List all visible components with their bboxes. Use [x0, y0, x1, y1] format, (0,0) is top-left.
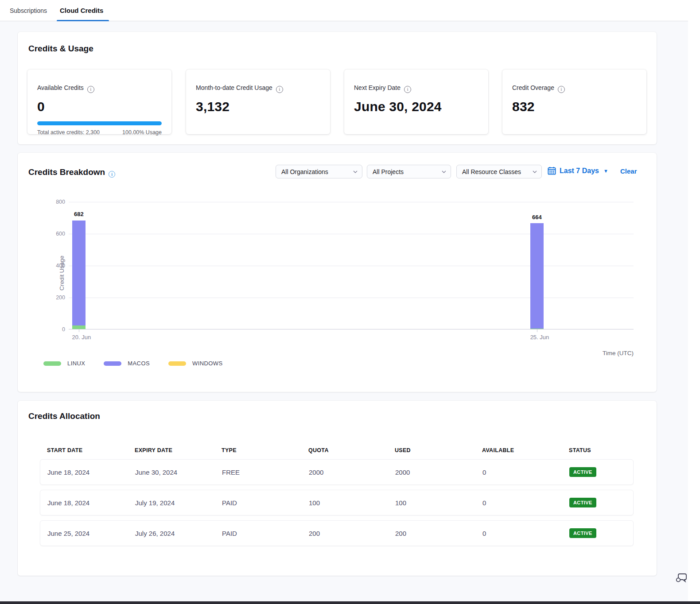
credits-allocation-table: START DATE EXPIRY DATE TYPE QUOTA USED A…: [40, 441, 634, 551]
legend-swatch: [43, 361, 61, 366]
cell-quota: 2000: [309, 468, 395, 476]
status-badge: ACTIVE: [569, 498, 596, 507]
table-header-row: START DATE EXPIRY DATE TYPE QUOTA USED A…: [40, 441, 634, 459]
credits-allocation-section: Credits Allocation START DATE EXPIRY DAT…: [18, 401, 657, 576]
cell-start-date: June 25, 2024: [47, 530, 135, 537]
bar-segment-macos: [72, 221, 86, 326]
y-tick-label: 600: [47, 231, 65, 237]
horizontal-scrollbar[interactable]: [0, 601, 700, 604]
total-active-credits: Total active credits: 2,300: [37, 129, 100, 136]
date-range-picker[interactable]: Last 7 Days ▼: [548, 166, 608, 175]
bar-20. Jun[interactable]: [72, 221, 86, 329]
chevron-down-icon: [442, 170, 446, 174]
resource-classes-filter-value: All Resource Classes: [462, 168, 521, 175]
column-header-start-date: START DATE: [47, 447, 135, 453]
x-tick-mark: [537, 329, 537, 332]
stat-label: Available Credits: [37, 84, 84, 91]
x-tick-mark: [79, 329, 79, 332]
tab-cloud-credits[interactable]: Cloud Credits: [60, 0, 103, 21]
info-icon[interactable]: i: [87, 86, 94, 93]
cell-available: 0: [482, 530, 569, 537]
legend-item-windows[interactable]: WINDOWS: [168, 360, 223, 367]
cell-start-date: June 18, 2024: [47, 468, 135, 476]
date-range-value: Last 7 Days: [560, 167, 599, 175]
chevron-down-icon: [533, 170, 537, 174]
bar-segment-macos: [530, 223, 544, 329]
cell-type: FREE: [222, 468, 309, 476]
column-header-type: TYPE: [222, 447, 308, 453]
support-chat-button[interactable]: [674, 570, 688, 585]
x-tick-label: 25. Jun: [530, 334, 549, 341]
status-badge: ACTIVE: [569, 528, 596, 538]
legend-label: MACOS: [128, 360, 150, 367]
legend-label: LINUX: [67, 360, 85, 367]
cell-expiry-date: July 26, 2024: [135, 530, 222, 537]
cell-quota: 200: [309, 530, 395, 537]
projects-filter[interactable]: All Projects: [367, 165, 451, 178]
bar-segment-linux: [72, 325, 86, 329]
cell-used: 100: [395, 499, 482, 507]
y-tick-label: 200: [47, 294, 65, 301]
cell-used: 200: [395, 530, 482, 537]
chat-bubbles-icon: [674, 570, 688, 585]
cell-expiry-date: June 30, 2024: [135, 468, 222, 476]
y-tick-label: 400: [47, 263, 65, 269]
legend-swatch: [168, 361, 186, 366]
stat-value: 3,132: [196, 99, 320, 114]
chevron-down-icon: [353, 170, 358, 174]
stat-card-available-credits: Available Creditsi 0 Total active credit…: [27, 70, 171, 134]
clear-filters-button[interactable]: Clear: [620, 167, 637, 175]
credits-progress-fill: [37, 121, 162, 125]
gridline: [69, 266, 634, 266]
gridline: [69, 298, 634, 298]
info-icon[interactable]: i: [276, 86, 283, 93]
tab-subscriptions[interactable]: Subscriptions: [10, 0, 47, 21]
table-row: June 25, 2024July 26, 2024PAID2002000ACT…: [40, 520, 634, 546]
credits-allocation-title: Credits Allocation: [28, 411, 100, 421]
stat-card-mtd-usage: Month-to-date Credit Usagei 3,132: [186, 70, 330, 134]
usage-percent: 100.00% Usage: [122, 129, 162, 136]
stat-value: 832: [512, 99, 637, 114]
chart-x-axis-label: Time (UTC): [603, 350, 634, 356]
y-tick-label: 800: [47, 199, 65, 205]
tab-bar: Subscriptions Cloud Credits: [0, 0, 688, 21]
projects-filter-value: All Projects: [373, 168, 404, 175]
gridline: [69, 234, 634, 234]
chart-y-axis-label: Credit Usage: [58, 202, 65, 290]
table-row: June 18, 2024July 19, 2024PAID1001000ACT…: [40, 490, 634, 515]
resource-classes-filter[interactable]: All Resource Classes: [456, 165, 542, 178]
caret-down-icon: ▼: [603, 168, 608, 174]
cell-quota: 100: [309, 499, 395, 507]
credit-usage-chart: 020040060080068220. Jun66425. Jun: [69, 202, 634, 329]
info-icon[interactable]: i: [109, 171, 115, 178]
cloud-credits-page: Subscriptions Cloud Credits Credits & Us…: [0, 0, 700, 604]
cell-type: PAID: [222, 499, 309, 507]
status-badge: ACTIVE: [569, 467, 596, 477]
cell-used: 2000: [395, 468, 482, 476]
table-body: June 18, 2024June 30, 2024FREE200020000A…: [40, 459, 634, 546]
legend-item-linux[interactable]: LINUX: [43, 360, 85, 367]
credits-breakdown-title: Credits Breakdowni: [28, 167, 115, 178]
active-tab-indicator: [57, 20, 109, 21]
credits-progress-bar: [37, 121, 162, 125]
stat-value: 0: [37, 99, 162, 114]
stat-label: Next Expiry Date: [354, 84, 401, 91]
info-icon[interactable]: i: [558, 86, 565, 93]
stat-label: Credit Overage: [512, 84, 554, 91]
cell-expiry-date: July 19, 2024: [135, 499, 222, 507]
column-header-expiry-date: EXPIRY DATE: [135, 447, 222, 453]
scrollbar-track[interactable]: [688, 0, 700, 604]
cell-type: PAID: [222, 530, 309, 537]
bar-value-label: 664: [532, 214, 542, 221]
credits-breakdown-title-text: Credits Breakdown: [28, 167, 105, 177]
legend-item-macos[interactable]: MACOS: [104, 360, 150, 367]
gridline: [69, 202, 634, 202]
cell-start-date: June 18, 2024: [47, 499, 135, 507]
cell-status: ACTIVE: [569, 528, 633, 538]
column-header-available: AVAILABLE: [482, 447, 569, 453]
cell-available: 0: [482, 499, 569, 507]
stat-label: Month-to-date Credit Usage: [196, 84, 272, 91]
bar-25. Jun[interactable]: [530, 223, 544, 329]
organizations-filter[interactable]: All Organizations: [276, 165, 362, 178]
info-icon[interactable]: i: [404, 86, 411, 93]
